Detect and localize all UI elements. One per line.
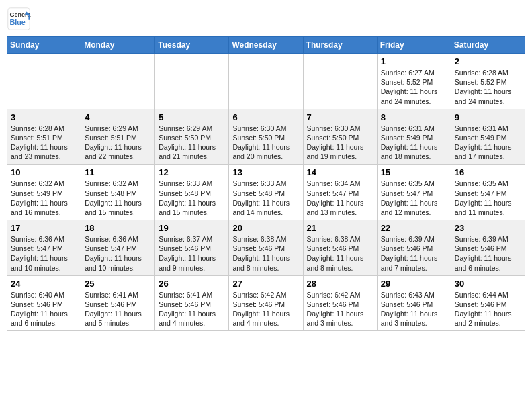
calendar-day-cell: 19Sunrise: 6:37 AMSunset: 5:46 PMDayligh… — [155, 220, 229, 276]
day-info: Sunrise: 6:29 AMSunset: 5:51 PMDaylight:… — [85, 124, 151, 162]
calendar-week-2: 3Sunrise: 6:28 AMSunset: 5:51 PMDaylight… — [7, 109, 525, 165]
day-info: Sunrise: 6:28 AMSunset: 5:52 PMDaylight:… — [455, 68, 521, 106]
calendar-day-cell — [81, 54, 155, 109]
day-number: 19 — [159, 223, 225, 233]
day-number: 23 — [455, 223, 521, 233]
day-info: Sunrise: 6:38 AMSunset: 5:46 PMDaylight:… — [232, 234, 299, 273]
svg-text:Blue: Blue — [10, 18, 26, 26]
calendar-day-cell: 8Sunrise: 6:31 AMSunset: 5:49 PMDaylight… — [377, 109, 451, 165]
day-info: Sunrise: 6:37 AMSunset: 5:46 PMDaylight:… — [159, 234, 225, 273]
calendar-day-cell: 12Sunrise: 6:33 AMSunset: 5:48 PMDayligh… — [155, 165, 229, 220]
day-number: 28 — [307, 279, 373, 289]
calendar-day-cell: 30Sunrise: 6:44 AMSunset: 5:46 PMDayligh… — [451, 275, 525, 331]
day-info: Sunrise: 6:39 AMSunset: 5:46 PMDaylight:… — [381, 234, 447, 273]
calendar-day-cell: 29Sunrise: 6:43 AMSunset: 5:46 PMDayligh… — [377, 275, 451, 331]
day-info: Sunrise: 6:41 AMSunset: 5:46 PMDaylight:… — [159, 290, 225, 328]
day-number: 18 — [85, 223, 151, 233]
day-number: 29 — [381, 279, 447, 289]
day-info: Sunrise: 6:36 AMSunset: 5:47 PMDaylight:… — [11, 234, 77, 273]
calendar-day-cell: 13Sunrise: 6:33 AMSunset: 5:48 PMDayligh… — [229, 165, 303, 220]
day-number: 17 — [11, 223, 77, 233]
day-info: Sunrise: 6:39 AMSunset: 5:46 PMDaylight:… — [455, 234, 521, 273]
day-info: Sunrise: 6:33 AMSunset: 5:48 PMDaylight:… — [159, 179, 225, 217]
calendar-day-cell: 3Sunrise: 6:28 AMSunset: 5:51 PMDaylight… — [7, 109, 81, 165]
day-number: 24 — [11, 279, 77, 289]
calendar-day-cell — [155, 54, 229, 109]
calendar-week-1: 1Sunrise: 6:27 AMSunset: 5:52 PMDaylight… — [7, 54, 525, 109]
day-info: Sunrise: 6:30 AMSunset: 5:50 PMDaylight:… — [232, 124, 299, 162]
calendar-week-3: 10Sunrise: 6:32 AMSunset: 5:49 PMDayligh… — [7, 165, 525, 220]
day-info: Sunrise: 6:38 AMSunset: 5:46 PMDaylight:… — [307, 234, 373, 273]
calendar-day-cell — [303, 54, 377, 109]
calendar-header-wednesday: Wednesday — [229, 37, 303, 54]
day-info: Sunrise: 6:28 AMSunset: 5:51 PMDaylight:… — [11, 124, 77, 162]
calendar-day-cell: 17Sunrise: 6:36 AMSunset: 5:47 PMDayligh… — [7, 220, 81, 276]
day-number: 6 — [232, 112, 299, 122]
day-info: Sunrise: 6:33 AMSunset: 5:48 PMDaylight:… — [232, 179, 299, 217]
calendar-day-cell: 5Sunrise: 6:29 AMSunset: 5:50 PMDaylight… — [155, 109, 229, 165]
calendar-day-cell: 20Sunrise: 6:38 AMSunset: 5:46 PMDayligh… — [229, 220, 303, 276]
day-number: 4 — [85, 112, 151, 122]
day-number: 21 — [307, 223, 373, 233]
day-number: 2 — [455, 56, 521, 66]
calendar-day-cell — [229, 54, 303, 109]
calendar-day-cell — [7, 54, 81, 109]
calendar-header-sunday: Sunday — [7, 37, 81, 54]
calendar-day-cell: 2Sunrise: 6:28 AMSunset: 5:52 PMDaylight… — [451, 54, 525, 109]
calendar-header-monday: Monday — [81, 37, 155, 54]
calendar-day-cell: 27Sunrise: 6:42 AMSunset: 5:46 PMDayligh… — [229, 275, 303, 331]
calendar-header-friday: Friday — [377, 37, 451, 54]
day-info: Sunrise: 6:29 AMSunset: 5:50 PMDaylight:… — [159, 124, 225, 162]
day-info: Sunrise: 6:31 AMSunset: 5:49 PMDaylight:… — [455, 124, 521, 162]
day-info: Sunrise: 6:40 AMSunset: 5:46 PMDaylight:… — [11, 290, 77, 328]
day-number: 27 — [232, 279, 299, 289]
logo: General Blue — [7, 7, 34, 31]
calendar-table: SundayMondayTuesdayWednesdayThursdayFrid… — [7, 36, 525, 331]
calendar-day-cell: 28Sunrise: 6:42 AMSunset: 5:46 PMDayligh… — [303, 275, 377, 331]
day-number: 30 — [455, 279, 521, 289]
calendar-body: 1Sunrise: 6:27 AMSunset: 5:52 PMDaylight… — [7, 54, 525, 331]
day-number: 26 — [159, 279, 225, 289]
calendar-header-thursday: Thursday — [303, 37, 377, 54]
calendar-day-cell: 1Sunrise: 6:27 AMSunset: 5:52 PMDaylight… — [377, 54, 451, 109]
day-number: 16 — [455, 167, 521, 177]
day-number: 13 — [232, 167, 299, 177]
day-info: Sunrise: 6:34 AMSunset: 5:47 PMDaylight:… — [307, 179, 373, 217]
calendar-day-cell: 4Sunrise: 6:29 AMSunset: 5:51 PMDaylight… — [81, 109, 155, 165]
calendar-day-cell: 22Sunrise: 6:39 AMSunset: 5:46 PMDayligh… — [377, 220, 451, 276]
day-info: Sunrise: 6:32 AMSunset: 5:48 PMDaylight:… — [85, 179, 151, 217]
calendar-day-cell: 16Sunrise: 6:35 AMSunset: 5:47 PMDayligh… — [451, 165, 525, 220]
calendar-day-cell: 23Sunrise: 6:39 AMSunset: 5:46 PMDayligh… — [451, 220, 525, 276]
day-info: Sunrise: 6:41 AMSunset: 5:46 PMDaylight:… — [85, 290, 151, 328]
calendar-header-saturday: Saturday — [451, 37, 525, 54]
calendar-day-cell: 11Sunrise: 6:32 AMSunset: 5:48 PMDayligh… — [81, 165, 155, 220]
day-number: 20 — [232, 223, 299, 233]
calendar-day-cell: 24Sunrise: 6:40 AMSunset: 5:46 PMDayligh… — [7, 275, 81, 331]
day-number: 14 — [307, 167, 373, 177]
day-number: 3 — [11, 112, 77, 122]
day-number: 22 — [381, 223, 447, 233]
calendar-day-cell: 7Sunrise: 6:30 AMSunset: 5:50 PMDaylight… — [303, 109, 377, 165]
calendar-day-cell: 14Sunrise: 6:34 AMSunset: 5:47 PMDayligh… — [303, 165, 377, 220]
day-number: 10 — [11, 167, 77, 177]
day-info: Sunrise: 6:35 AMSunset: 5:47 PMDaylight:… — [455, 179, 521, 217]
day-info: Sunrise: 6:27 AMSunset: 5:52 PMDaylight:… — [381, 68, 447, 106]
day-info: Sunrise: 6:36 AMSunset: 5:47 PMDaylight:… — [85, 234, 151, 273]
calendar-week-5: 24Sunrise: 6:40 AMSunset: 5:46 PMDayligh… — [7, 275, 525, 331]
calendar-header-row: SundayMondayTuesdayWednesdayThursdayFrid… — [7, 37, 525, 54]
day-number: 7 — [307, 112, 373, 122]
calendar-week-4: 17Sunrise: 6:36 AMSunset: 5:47 PMDayligh… — [7, 220, 525, 276]
day-info: Sunrise: 6:42 AMSunset: 5:46 PMDaylight:… — [232, 290, 299, 328]
calendar-day-cell: 25Sunrise: 6:41 AMSunset: 5:46 PMDayligh… — [81, 275, 155, 331]
page-header: General Blue — [7, 7, 525, 31]
day-info: Sunrise: 6:44 AMSunset: 5:46 PMDaylight:… — [455, 290, 521, 328]
day-number: 11 — [85, 167, 151, 177]
calendar-day-cell: 6Sunrise: 6:30 AMSunset: 5:50 PMDaylight… — [229, 109, 303, 165]
logo-icon: General Blue — [7, 7, 31, 31]
day-info: Sunrise: 6:32 AMSunset: 5:49 PMDaylight:… — [11, 179, 77, 217]
day-number: 1 — [381, 56, 447, 66]
calendar-day-cell: 9Sunrise: 6:31 AMSunset: 5:49 PMDaylight… — [451, 109, 525, 165]
day-info: Sunrise: 6:35 AMSunset: 5:47 PMDaylight:… — [381, 179, 447, 217]
day-info: Sunrise: 6:30 AMSunset: 5:50 PMDaylight:… — [307, 124, 373, 162]
day-info: Sunrise: 6:42 AMSunset: 5:46 PMDaylight:… — [307, 290, 373, 328]
